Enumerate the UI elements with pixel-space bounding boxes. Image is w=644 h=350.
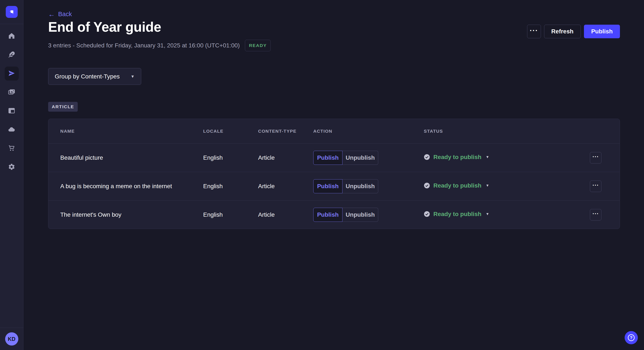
logo-section [0,0,23,24]
chevron-down-icon: ▼ [486,155,490,159]
sidebar-item-settings[interactable] [5,160,19,174]
content-type-group-badge: ARTICLE [48,102,78,112]
chevron-down-icon: ▼ [130,74,134,78]
column-header-status: STATUS [424,129,590,134]
entry-status-dropdown[interactable]: Ready to publish ▼ [424,182,489,189]
entry-status-label: Ready to publish [434,211,482,217]
more-options-button[interactable]: ··· [527,25,541,38]
chevron-down-icon: ▼ [486,212,490,216]
publish-toggle-group: Publish Unpublish [313,179,378,193]
entry-menu-cell: ··· [590,209,620,220]
sidebar: KD [0,0,24,350]
avatar[interactable]: KD [5,332,18,346]
cart-icon [8,144,15,153]
entry-status-label: Ready to publish [434,154,482,161]
sidebar-item-content-manager[interactable] [5,48,19,62]
gear-icon [8,163,15,172]
entry-name: A bug is becoming a meme on the internet [48,183,203,190]
subtitle-row: 3 entries - Scheduled for Friday, Januar… [48,39,271,51]
check-circle-icon [424,211,430,217]
question-mark-icon: ? [628,334,635,341]
column-header-content-type: CONTENT-TYPE [258,129,313,134]
paper-plane-icon [8,70,15,78]
entry-status-dropdown[interactable]: Ready to publish ▼ [424,154,489,161]
entry-locale: English [203,211,258,218]
unpublish-option-button[interactable]: Unpublish [342,151,378,165]
entries-table: NAME LOCALE CONTENT-TYPE ACTION STATUS B… [48,119,620,229]
help-button[interactable]: ? [624,331,638,344]
entry-menu-cell: ··· [590,152,620,164]
cloud-icon [8,126,15,134]
release-subtitle: 3 entries - Scheduled for Friday, Januar… [48,42,240,49]
entry-action-cell: Publish Unpublish [313,208,424,222]
row-more-button[interactable]: ··· [590,209,602,220]
publish-option-button[interactable]: Publish [313,179,342,193]
entry-status-cell: Ready to publish ▼ [424,182,590,190]
sidebar-item-deploy[interactable] [5,123,19,137]
header-actions: ··· Refresh Publish [527,25,620,38]
pictures-icon [8,88,15,97]
chevron-down-icon: ▼ [486,184,490,187]
column-header-locale: LOCALE [203,129,258,134]
layout-icon [8,107,15,115]
unpublish-option-button[interactable]: Unpublish [342,179,378,193]
entry-status-label: Ready to publish [434,182,482,189]
sidebar-nav [0,24,23,174]
page-title: End of Year guide [48,19,161,35]
entry-content-type: Article [258,211,313,218]
check-circle-icon [424,182,430,189]
check-circle-icon [424,154,430,160]
entry-status-cell: Ready to publish ▼ [424,154,590,162]
table-row: The internet's Own boy English Article P… [48,200,620,229]
publish-option-button[interactable]: Publish [313,151,342,165]
sidebar-item-media-library[interactable] [5,85,19,99]
publish-toggle-group: Publish Unpublish [313,208,378,222]
row-more-button[interactable]: ··· [590,180,602,192]
table-header-row: NAME LOCALE CONTENT-TYPE ACTION STATUS [48,119,620,143]
feather-icon [8,51,15,59]
column-header-name: NAME [48,129,203,134]
entry-status-dropdown[interactable]: Ready to publish ▼ [424,211,489,217]
sidebar-item-home[interactable] [5,29,19,43]
column-header-action: ACTION [313,129,424,134]
back-link[interactable]: ← Back [48,11,72,18]
entry-action-cell: Publish Unpublish [313,151,424,165]
entry-content-type: Article [258,183,313,190]
publish-release-button[interactable]: Publish [584,25,620,38]
home-icon [8,32,15,40]
publish-option-button[interactable]: Publish [313,208,342,222]
refresh-button[interactable]: Refresh [544,25,581,38]
publish-toggle-group: Publish Unpublish [313,151,378,165]
entry-menu-cell: ··· [590,180,620,192]
sidebar-item-marketplace[interactable] [5,141,19,156]
entry-action-cell: Publish Unpublish [313,179,424,193]
row-more-button[interactable]: ··· [590,152,602,164]
sidebar-item-releases[interactable] [5,67,19,81]
unpublish-option-button[interactable]: Unpublish [342,208,378,222]
table-row: A bug is becoming a meme on the internet… [48,172,620,200]
sidebar-footer: KD [0,328,23,350]
status-badge: READY [245,40,271,51]
entry-status-cell: Ready to publish ▼ [424,211,590,219]
group-by-value: Group by Content-Types [55,73,120,80]
strapi-logo-icon [6,6,18,18]
back-label: Back [58,11,72,18]
main-content: ← Back End of Year guide 3 entries - Sch… [24,0,644,350]
group-by-select[interactable]: Group by Content-Types ▼ [48,68,141,85]
sidebar-item-content-type-builder[interactable] [5,104,19,118]
entry-locale: English [203,183,258,190]
entry-locale: English [203,154,258,161]
entry-content-type: Article [258,154,313,161]
table-row: Beautiful picture English Article Publis… [48,143,620,172]
arrow-left-icon: ← [48,11,55,18]
entry-name: Beautiful picture [48,154,203,161]
entry-name: The internet's Own boy [48,211,203,218]
